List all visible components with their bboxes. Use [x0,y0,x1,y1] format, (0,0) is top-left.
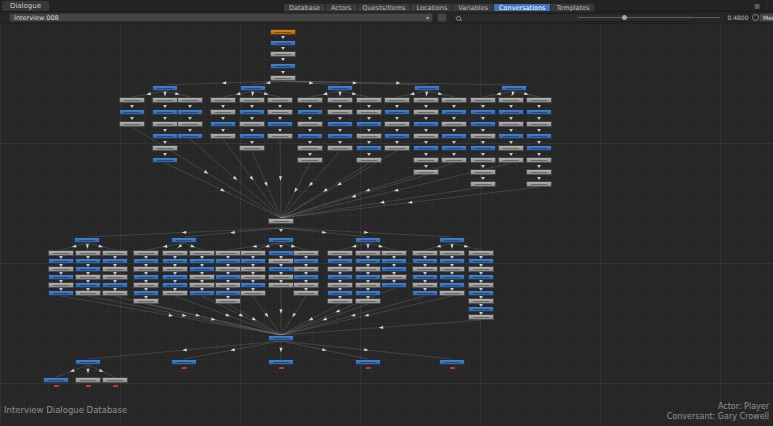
dialogue-node-player-node-blue[interactable] [327,85,353,91]
dialogue-node-npc-node-gray[interactable] [384,145,410,151]
dialogue-node-npc-node-gray[interactable] [470,169,496,175]
tab-conversations[interactable]: Conversations [494,3,551,12]
dialogue-node-npc-node-gray[interactable] [441,157,467,163]
dialogue-node-player-node-blue[interactable] [177,109,203,115]
dialogue-node-player-node-blue[interactable] [441,109,467,115]
dialogue-node-npc-node-gray[interactable] [267,109,293,115]
dialogue-node-player-node-blue[interactable] [384,133,410,139]
dialogue-node-npc-node-gray[interactable] [102,377,128,383]
dialogue-node-npc-node-gray[interactable] [119,121,145,127]
dialogue-node-npc-node-gray[interactable] [152,97,178,103]
dialogue-node-player-node-blue[interactable] [414,85,440,91]
dialogue-node-player-node-blue[interactable] [413,121,439,127]
dialogue-node-npc-node-gray[interactable] [526,121,552,127]
dialogue-node-npc-node-gray[interactable] [297,157,323,163]
dialogue-node-player-node-blue[interactable] [152,85,178,91]
window-menu-icon[interactable]: ⋮ [764,2,770,10]
dialogue-node-player-node-blue[interactable] [268,335,294,341]
dialogue-node-player-node-blue[interactable] [267,121,293,127]
reset-zoom-icon[interactable] [752,14,759,21]
dialogue-node-npc-node-gray[interactable] [413,133,439,139]
dialogue-node-player-node-blue[interactable] [270,63,296,69]
dialogue-node-player-node-blue[interactable] [356,121,382,127]
zoom-value[interactable]: 0.4800 [726,13,750,22]
dialogue-node-player-node-blue[interactable] [441,133,467,139]
dialogue-node-player-node-blue[interactable] [268,359,294,365]
dialogue-node-player-node-blue[interactable] [526,109,552,115]
dialogue-node-npc-node-gray[interactable] [356,133,382,139]
zoom-slider-thumb[interactable] [622,15,627,20]
dialogue-node-player-node-blue[interactable] [177,133,203,139]
dialogue-node-player-node-blue[interactable] [297,133,323,139]
tab-actors[interactable]: Actors [326,3,358,12]
dialogue-node-player-node-blue[interactable] [152,157,178,163]
dialogue-node-npc-node-gray[interactable] [152,121,178,127]
dialogue-node-player-node-blue[interactable] [501,85,527,91]
dialogue-node-npc-node-gray[interactable] [384,97,410,103]
dialogue-node-player-node-blue[interactable] [152,133,178,139]
dialogue-node-player-node-blue[interactable] [498,133,524,139]
dialogue-node-npc-node-gray[interactable] [239,97,265,103]
dialogue-node-player-node-blue[interactable] [470,121,496,127]
menu-button[interactable]: Menu ▾ [759,13,773,22]
dialogue-node-npc-node-gray[interactable] [267,97,293,103]
dialogue-node-npc-node-gray[interactable] [413,157,439,163]
dialogue-node-npc-node-gray[interactable] [526,169,552,175]
dialogue-node-player-node-blue[interactable] [119,109,145,115]
dialogue-node-player-node-blue[interactable] [240,85,266,91]
dialogue-node-npc-node-gray[interactable] [470,97,496,103]
dialogue-node-npc-node-gray[interactable] [470,133,496,139]
dialogue-node-player-node-blue[interactable] [355,237,381,243]
dialogue-node-npc-node-gray[interactable] [498,121,524,127]
dialogue-node-npc-node-gray[interactable] [356,97,382,103]
dialogue-node-player-node-blue[interactable] [327,121,353,127]
dialogue-node-player-node-blue[interactable] [439,359,465,365]
dialogue-node-player-node-blue[interactable] [439,237,465,243]
dialogue-node-player-node-blue[interactable] [526,133,552,139]
tab-variables[interactable]: Variables [453,3,494,12]
dialogue-node-player-node-blue[interactable] [356,145,382,151]
tab-locations[interactable]: Locations [411,3,453,12]
dialogue-node-player-node-blue[interactable] [268,237,294,243]
dialogue-node-npc-node-gray[interactable] [470,181,496,187]
dialogue-node-npc-node-gray[interactable] [119,97,145,103]
dialogue-node-npc-node-gray[interactable] [498,97,524,103]
conversation-options-button[interactable] [437,13,447,22]
dialogue-node-player-node-blue[interactable] [498,109,524,115]
dialogue-node-npc-node-gray[interactable] [327,97,353,103]
dialogue-node-player-node-blue[interactable] [210,121,236,127]
dialogue-node-player-node-blue[interactable] [470,109,496,115]
zoom-slider[interactable] [578,17,720,18]
dialogue-node-npc-node-gray[interactable] [384,121,410,127]
dialogue-node-npc-node-gray[interactable] [270,75,296,81]
dialogue-node-npc-node-gray[interactable] [177,97,203,103]
dialogue-node-start-node-orange[interactable] [270,29,296,35]
dialogue-node-npc-node-gray[interactable] [441,121,467,127]
dialogue-node-npc-node-gray[interactable] [526,181,552,187]
tab-templates[interactable]: Templates [551,3,595,12]
dialogue-node-player-node-blue[interactable] [43,377,69,383]
dialogue-node-player-node-blue[interactable] [239,109,265,115]
dialogue-node-npc-node-gray[interactable] [297,121,323,127]
dialogue-node-player-node-blue[interactable] [526,145,552,151]
dialogue-node-player-node-blue[interactable] [470,145,496,151]
dialogue-node-npc-node-gray[interactable] [210,133,236,139]
dialogue-node-npc-node-gray[interactable] [239,145,265,151]
dialogue-node-npc-node-gray[interactable] [268,218,294,224]
dialogue-node-player-node-blue[interactable] [74,237,100,243]
dialogue-node-player-node-blue[interactable] [355,359,381,365]
dialogue-node-player-node-blue[interactable] [297,109,323,115]
dialogue-node-npc-node-gray[interactable] [152,145,178,151]
dialogue-node-npc-node-gray[interactable] [297,97,323,103]
dialogue-node-npc-node-gray[interactable] [470,157,496,163]
dialogue-node-player-node-blue[interactable] [152,109,178,115]
dialogue-node-npc-node-gray[interactable] [239,121,265,127]
dialogue-node-npc-node-gray[interactable] [327,109,353,115]
dialogue-node-npc-node-gray[interactable] [297,145,323,151]
window-tab-dialogue[interactable]: Dialogue [2,1,49,11]
dialogue-node-npc-node-gray[interactable] [441,97,467,103]
dialogue-node-player-node-blue[interactable] [327,133,353,139]
dialogue-node-player-node-blue[interactable] [441,145,467,151]
dialogue-node-player-node-blue[interactable] [171,359,197,365]
dialogue-node-npc-node-gray[interactable] [413,97,439,103]
